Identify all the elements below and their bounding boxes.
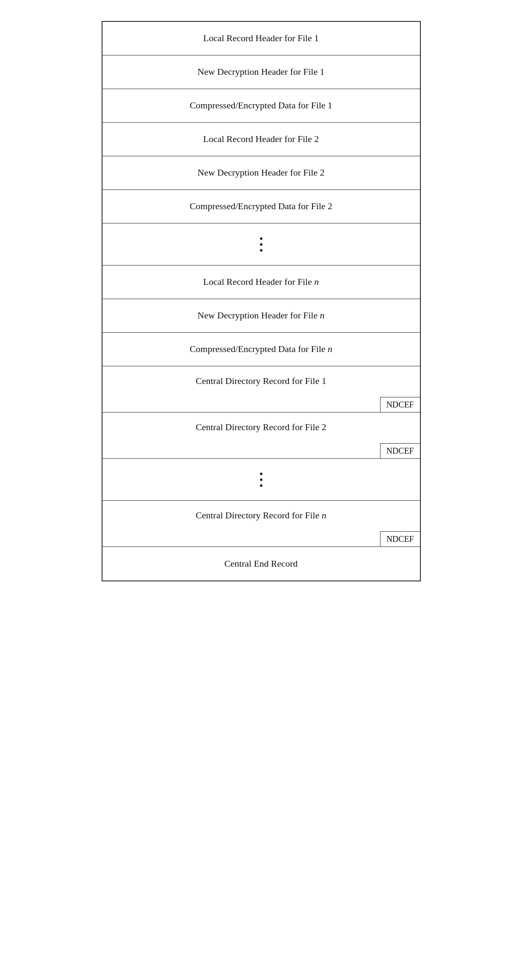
decryption-header-filen-row: New Decryption Header for File n bbox=[102, 299, 420, 333]
dot bbox=[260, 243, 262, 246]
decryption-header-file2-row: New Decryption Header for File 2 bbox=[102, 156, 420, 190]
zip-structure-diagram: Local Record Header for File 1 New Decry… bbox=[102, 21, 421, 581]
decryption-header-file1-row: New Decryption Header for File 1 bbox=[102, 55, 420, 89]
ndcef-badge-filen: NDCEF bbox=[380, 531, 420, 546]
central-dir-file1-label: Central Directory Record for File 1 bbox=[196, 375, 326, 388]
dots-section-1 bbox=[102, 223, 420, 265]
central-end-record-label: Central End Record bbox=[224, 557, 298, 570]
central-dir-filen-label: Central Directory Record for File n bbox=[196, 509, 326, 522]
local-record-file2-label: Local Record Header for File 2 bbox=[203, 133, 319, 146]
central-end-record-row: Central End Record bbox=[102, 547, 420, 581]
dot bbox=[260, 473, 262, 475]
decryption-header-file2-label: New Decryption Header for File 2 bbox=[197, 166, 324, 179]
ndcef-badge-file1: NDCEF bbox=[380, 397, 420, 412]
dot bbox=[260, 249, 262, 252]
compressed-data-file1-row: Compressed/Encrypted Data for File 1 bbox=[102, 89, 420, 123]
compressed-data-filen-row: Compressed/Encrypted Data for File n bbox=[102, 333, 420, 366]
compressed-data-file1-label: Compressed/Encrypted Data for File 1 bbox=[190, 99, 333, 112]
central-dir-file2-label: Central Directory Record for File 2 bbox=[196, 421, 326, 434]
local-record-file2-row: Local Record Header for File 2 bbox=[102, 123, 420, 156]
local-record-file1-label: Local Record Header for File 1 bbox=[203, 32, 319, 45]
dot bbox=[260, 478, 262, 481]
local-record-filen-label: Local Record Header for File n bbox=[203, 276, 319, 289]
compressed-data-file2-row: Compressed/Encrypted Data for File 2 bbox=[102, 190, 420, 223]
compressed-data-filen-label: Compressed/Encrypted Data for File n bbox=[190, 343, 333, 356]
dot bbox=[260, 237, 262, 240]
compressed-data-file2-label: Compressed/Encrypted Data for File 2 bbox=[190, 200, 333, 213]
decryption-header-file1-label: New Decryption Header for File 1 bbox=[197, 66, 324, 79]
central-dir-file1-row: Central Directory Record for File 1 NDCE… bbox=[102, 366, 420, 412]
decryption-header-filen-label: New Decryption Header for File n bbox=[197, 309, 324, 322]
local-record-filen-row: Local Record Header for File n bbox=[102, 265, 420, 299]
local-record-file1-row: Local Record Header for File 1 bbox=[102, 22, 420, 55]
ndcef-badge-file2: NDCEF bbox=[380, 443, 420, 458]
central-dir-file2-row: Central Directory Record for File 2 NDCE… bbox=[102, 412, 420, 459]
dots-section-2 bbox=[102, 459, 420, 501]
central-dir-filen-row: Central Directory Record for File n NDCE… bbox=[102, 501, 420, 547]
dot bbox=[260, 484, 262, 487]
